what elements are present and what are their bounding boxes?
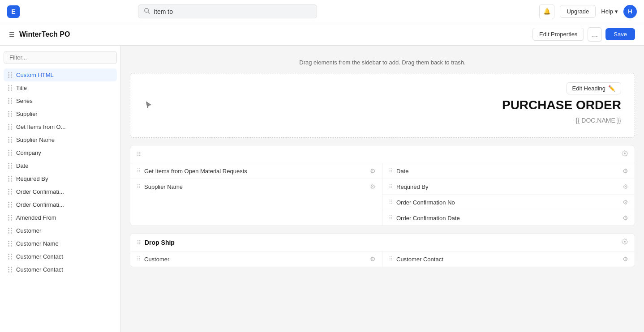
help-button[interactable]: Help ▾ bbox=[601, 8, 618, 15]
edit-heading-label: Edit Heading bbox=[572, 85, 605, 92]
sidebar-item-supplier[interactable]: Supplier bbox=[4, 107, 117, 120]
edit-heading-button[interactable]: Edit Heading ✏️ bbox=[567, 82, 621, 94]
field-settings-icon[interactable]: ⚙ bbox=[623, 214, 628, 221]
section-header: ⠿ bbox=[130, 145, 635, 163]
field-drag-handle[interactable]: ⠿ bbox=[389, 168, 393, 174]
field-required-by: ⠿ Required By ⚙ bbox=[382, 179, 635, 195]
field-settings-icon[interactable]: ⚙ bbox=[623, 199, 628, 206]
sidebar-item-customer-contact-2[interactable]: Customer Contact bbox=[4, 263, 117, 276]
field-drag-handle[interactable]: ⠿ bbox=[389, 256, 393, 262]
drag-handle bbox=[8, 137, 13, 143]
right-column: ⠿ Date ⚙ ⠿ Required By ⚙ bbox=[382, 163, 635, 226]
drag-handle bbox=[8, 176, 13, 182]
field-drag-handle[interactable]: ⠿ bbox=[137, 256, 141, 262]
sidebar-item-title[interactable]: Title bbox=[4, 81, 117, 94]
field-row-left: ⠿ Customer Contact bbox=[389, 256, 623, 263]
section-drag-handle[interactable]: ⠿ bbox=[137, 239, 141, 246]
field-label: Order Confirmation No bbox=[396, 199, 455, 206]
document-header-inner: Edit Heading ✏️ PURCHASE ORDER {{ DOC.NA… bbox=[130, 73, 635, 137]
sidebar-item-order-conf-1[interactable]: Order Confirmati... bbox=[4, 185, 117, 198]
drag-handle bbox=[8, 267, 13, 272]
app-logo[interactable]: E bbox=[7, 5, 20, 18]
drag-handle bbox=[8, 241, 13, 247]
sidebar-item-label: Company bbox=[16, 149, 41, 156]
user-avatar[interactable]: H bbox=[623, 5, 637, 18]
sidebar-item-label: Customer Name bbox=[16, 240, 59, 247]
notifications-button[interactable]: 🔔 bbox=[539, 4, 554, 19]
menu-icon[interactable]: ☰ bbox=[9, 31, 15, 38]
app-layout: Custom HTML Title Series Supplier Get It… bbox=[0, 46, 644, 332]
field-order-conf-date: ⠿ Order Confirmation Date ⚙ bbox=[382, 210, 635, 226]
sidebar-item-get-items[interactable]: Get Items from O... bbox=[4, 120, 117, 133]
drag-handle bbox=[8, 163, 13, 169]
drag-handle bbox=[8, 124, 13, 130]
sidebar-item-date[interactable]: Date bbox=[4, 159, 117, 172]
sidebar-item-label: Customer Contact bbox=[16, 253, 63, 260]
field-customer: ⠿ Customer ⚙ bbox=[130, 251, 382, 267]
sidebar-item-label: Order Confirmati... bbox=[16, 201, 64, 208]
sidebar-item-supplier-name[interactable]: Supplier Name bbox=[4, 133, 117, 146]
field-drag-handle[interactable]: ⠿ bbox=[389, 199, 393, 205]
field-drag-handle[interactable]: ⠿ bbox=[389, 183, 393, 190]
field-row-left: ⠿ Customer bbox=[137, 256, 370, 263]
edit-heading-row: Edit Heading ✏️ bbox=[144, 82, 621, 94]
more-options-button[interactable]: ... bbox=[588, 27, 602, 42]
search-bar[interactable] bbox=[138, 4, 317, 18]
field-drag-handle[interactable]: ⠿ bbox=[137, 168, 141, 174]
field-label: Required By bbox=[396, 183, 429, 190]
sidebar-item-label: Amended From bbox=[16, 214, 56, 221]
document-template-variable: {{ DOC.NAME }} bbox=[144, 117, 621, 124]
drag-handle bbox=[8, 98, 13, 104]
save-button[interactable]: Save bbox=[605, 28, 635, 40]
sidebar-item-label: Customer bbox=[16, 227, 41, 234]
field-settings-icon[interactable]: ⚙ bbox=[370, 167, 376, 175]
field-settings-icon[interactable]: ⚙ bbox=[370, 183, 376, 190]
sidebar-item-label: Date bbox=[16, 162, 28, 169]
document-header-card: Edit Heading ✏️ PURCHASE ORDER {{ DOC.NA… bbox=[130, 73, 635, 138]
svg-point-3 bbox=[624, 241, 626, 243]
svg-point-2 bbox=[624, 153, 626, 154]
drop-ship-left-column: ⠿ Customer ⚙ bbox=[130, 251, 382, 267]
field-settings-icon[interactable]: ⚙ bbox=[370, 255, 376, 263]
main-content: Drag elements from the sidebar to add. D… bbox=[121, 46, 644, 332]
sidebar-filter-input[interactable] bbox=[4, 51, 117, 64]
sidebar-item-order-conf-2[interactable]: Order Confirmati... bbox=[4, 198, 117, 211]
section-settings-icon[interactable] bbox=[621, 150, 628, 158]
sidebar-item-customer-name[interactable]: Customer Name bbox=[4, 237, 117, 250]
sidebar-item-required-by[interactable]: Required By bbox=[4, 172, 117, 185]
subheader-actions: Edit Properties ... Save bbox=[532, 27, 635, 42]
sidebar-item-customer-contact-1[interactable]: Customer Contact bbox=[4, 250, 117, 263]
edit-properties-button[interactable]: Edit Properties bbox=[532, 28, 584, 41]
upgrade-button[interactable]: Upgrade bbox=[560, 5, 596, 18]
sidebar-item-label: Get Items from O... bbox=[16, 123, 66, 130]
sidebar-item-custom-html[interactable]: Custom HTML bbox=[4, 68, 117, 81]
field-row-left: ⠿ Supplier Name bbox=[137, 183, 370, 190]
drop-ship-section-header: ⠿ Drop Ship bbox=[130, 234, 635, 251]
chevron-down-icon: ▾ bbox=[615, 8, 618, 15]
drop-ship-right-column: ⠿ Customer Contact ⚙ bbox=[382, 251, 635, 267]
sidebar-item-customer[interactable]: Customer bbox=[4, 224, 117, 237]
drag-handle bbox=[8, 228, 13, 234]
sidebar-item-company[interactable]: Company bbox=[4, 146, 117, 159]
field-settings-icon[interactable]: ⚙ bbox=[623, 167, 628, 175]
drag-handle bbox=[8, 150, 13, 156]
search-input[interactable] bbox=[154, 8, 311, 15]
field-drag-handle[interactable]: ⠿ bbox=[389, 215, 393, 221]
field-settings-icon[interactable]: ⚙ bbox=[623, 183, 628, 190]
field-drag-handle[interactable]: ⠿ bbox=[137, 183, 141, 190]
bell-icon: 🔔 bbox=[543, 8, 551, 15]
field-settings-icon[interactable]: ⚙ bbox=[623, 255, 628, 263]
sidebar-item-label: Order Confirmati... bbox=[16, 188, 64, 195]
pencil-icon: ✏️ bbox=[608, 85, 615, 92]
field-supplier-name: ⠿ Supplier Name ⚙ bbox=[130, 179, 382, 194]
sidebar: Custom HTML Title Series Supplier Get It… bbox=[0, 46, 121, 332]
section-drag-handle[interactable]: ⠿ bbox=[137, 151, 141, 158]
left-column: ⠿ Get Items from Open Material Requests … bbox=[130, 163, 382, 226]
sidebar-item-series[interactable]: Series bbox=[4, 94, 117, 107]
sidebar-item-label: Series bbox=[16, 98, 33, 104]
sidebar-item-amended-from[interactable]: Amended From bbox=[4, 211, 117, 224]
drag-handle bbox=[8, 189, 13, 195]
section-settings-icon[interactable] bbox=[621, 238, 628, 247]
field-row-left: ⠿ Order Confirmation No bbox=[389, 199, 623, 206]
drag-handle bbox=[8, 215, 13, 221]
